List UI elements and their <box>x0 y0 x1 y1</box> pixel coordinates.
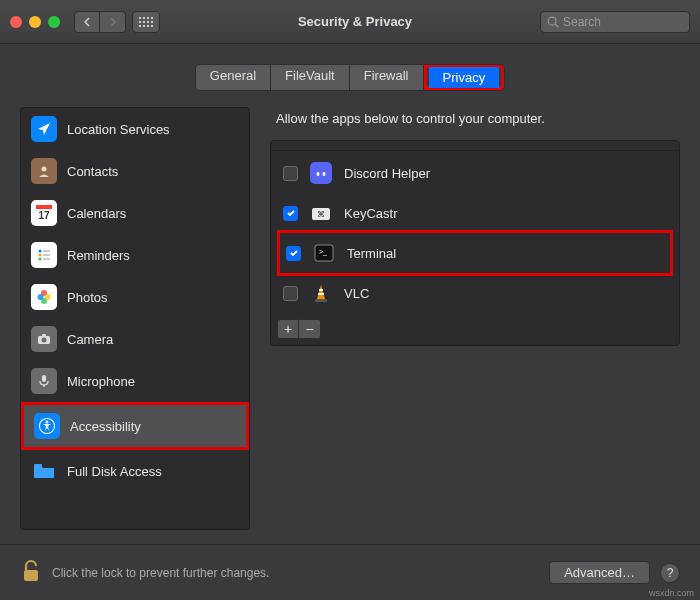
sidebar-item-label: Camera <box>67 332 113 347</box>
panel-description: Allow the apps below to control your com… <box>270 107 680 140</box>
sidebar-item-label: Reminders <box>67 248 130 263</box>
privacy-sidebar: Location Services Contacts 17 Calendars … <box>20 107 250 530</box>
lock-icon[interactable] <box>20 558 42 587</box>
sidebar-item-label: Accessibility <box>70 419 141 434</box>
window-title: Security & Privacy <box>170 14 540 29</box>
svg-rect-17 <box>42 334 46 337</box>
svg-point-0 <box>548 17 556 25</box>
svg-point-14 <box>38 294 44 300</box>
keycastr-icon: ⌘ <box>308 200 334 226</box>
svg-point-16 <box>42 338 47 343</box>
contacts-icon <box>31 158 57 184</box>
svg-point-5 <box>39 250 42 253</box>
checkbox[interactable] <box>283 206 298 221</box>
svg-text:17: 17 <box>38 210 50 221</box>
tab-filevault[interactable]: FileVault <box>271 65 350 90</box>
tab-firewall[interactable]: Firewall <box>350 65 424 90</box>
svg-rect-24 <box>310 162 332 184</box>
main-panel: Allow the apps below to control your com… <box>270 107 680 530</box>
app-row-discord-helper[interactable]: Discord Helper <box>271 153 679 193</box>
folder-icon <box>31 458 57 484</box>
svg-point-2 <box>42 167 47 172</box>
tab-bar: General FileVault Firewall Privacy <box>0 44 700 107</box>
footer: Click the lock to prevent further change… <box>0 544 700 600</box>
close-window-button[interactable] <box>10 16 22 28</box>
svg-rect-10 <box>43 258 50 260</box>
sidebar-item-reminders[interactable]: Reminders <box>21 234 249 276</box>
titlebar: Security & Privacy <box>0 0 700 44</box>
accessibility-icon <box>34 413 60 439</box>
calendar-icon: 17 <box>31 200 57 226</box>
svg-rect-32 <box>318 293 324 295</box>
svg-rect-34 <box>24 570 38 581</box>
app-label: Discord Helper <box>344 166 430 181</box>
photos-icon <box>31 284 57 310</box>
search-icon <box>546 15 560 29</box>
vlc-icon <box>308 280 334 306</box>
back-button[interactable] <box>74 11 100 33</box>
svg-point-26 <box>323 172 326 176</box>
svg-rect-18 <box>42 375 46 382</box>
svg-point-25 <box>317 172 320 176</box>
sidebar-item-calendars[interactable]: 17 Calendars <box>21 192 249 234</box>
app-row-keycastr[interactable]: ⌘ KeyCastr <box>271 193 679 233</box>
sidebar-item-label: Location Services <box>67 122 170 137</box>
app-label: KeyCastr <box>344 206 397 221</box>
search-input[interactable] <box>540 11 690 33</box>
forward-button[interactable] <box>100 11 126 33</box>
app-label: VLC <box>344 286 369 301</box>
location-icon <box>31 116 57 142</box>
sidebar-item-full-disk-access[interactable]: Full Disk Access <box>21 450 249 492</box>
svg-rect-3 <box>36 205 52 209</box>
app-row-terminal[interactable]: >_ Terminal <box>280 233 664 273</box>
sidebar-item-label: Contacts <box>67 164 118 179</box>
svg-point-7 <box>39 254 42 257</box>
reminders-icon <box>31 242 57 268</box>
help-button[interactable]: ? <box>660 563 680 583</box>
app-list: Discord Helper ⌘ KeyCastr >_ Terminal <box>270 140 680 346</box>
maximize-window-button[interactable] <box>48 16 60 28</box>
sidebar-item-accessibility[interactable]: Accessibility <box>24 405 246 447</box>
svg-text:>_: >_ <box>319 248 327 256</box>
camera-icon <box>31 326 57 352</box>
advanced-button[interactable]: Advanced… <box>549 561 650 584</box>
svg-rect-31 <box>319 289 323 291</box>
tab-general[interactable]: General <box>196 65 271 90</box>
sidebar-item-label: Photos <box>67 290 107 305</box>
sidebar-item-contacts[interactable]: Contacts <box>21 150 249 192</box>
app-row-vlc[interactable]: VLC <box>271 273 679 313</box>
sidebar-item-microphone[interactable]: Microphone <box>21 360 249 402</box>
sidebar-item-photos[interactable]: Photos <box>21 276 249 318</box>
checkbox[interactable] <box>283 286 298 301</box>
svg-point-22 <box>46 421 49 424</box>
svg-point-9 <box>39 258 42 261</box>
app-label: Terminal <box>347 246 396 261</box>
microphone-icon <box>31 368 57 394</box>
sidebar-item-location-services[interactable]: Location Services <box>21 108 249 150</box>
sidebar-item-label: Full Disk Access <box>67 464 162 479</box>
discord-icon <box>308 160 334 186</box>
svg-rect-33 <box>315 299 327 302</box>
checkbox[interactable] <box>286 246 301 261</box>
sidebar-item-label: Microphone <box>67 374 135 389</box>
svg-line-1 <box>555 24 558 27</box>
window-controls <box>10 16 60 28</box>
terminal-icon: >_ <box>311 240 337 266</box>
nav-back-forward <box>74 11 126 33</box>
sidebar-item-label: Calendars <box>67 206 126 221</box>
add-app-button[interactable]: + <box>277 319 299 339</box>
show-all-button[interactable] <box>132 11 160 33</box>
tab-privacy[interactable]: Privacy <box>429 67 500 88</box>
svg-rect-8 <box>43 254 50 256</box>
svg-text:⌘: ⌘ <box>317 210 325 219</box>
lock-text: Click the lock to prevent further change… <box>52 566 269 580</box>
checkbox[interactable] <box>283 166 298 181</box>
remove-app-button[interactable]: − <box>299 319 321 339</box>
minimize-window-button[interactable] <box>29 16 41 28</box>
svg-rect-23 <box>34 464 42 467</box>
sidebar-item-camera[interactable]: Camera <box>21 318 249 360</box>
svg-rect-6 <box>43 250 50 252</box>
watermark: wsxdn.com <box>649 588 694 598</box>
